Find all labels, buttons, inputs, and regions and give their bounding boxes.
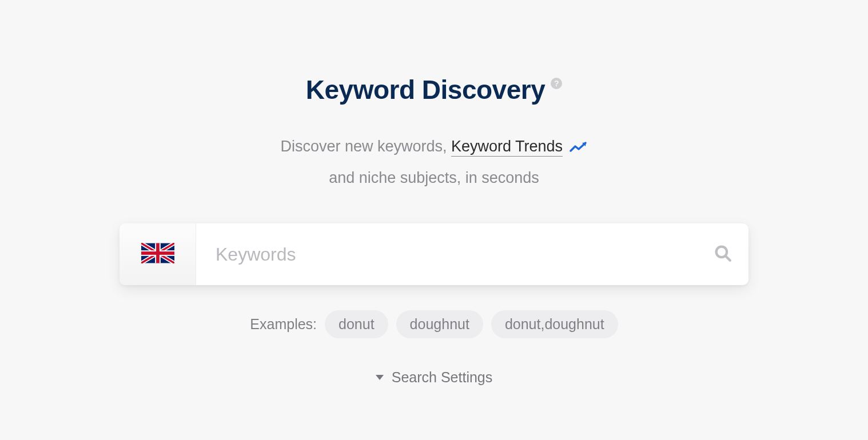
examples-label: Examples: [250, 316, 317, 333]
search-icon [713, 243, 732, 265]
page-subtitle: Discover new keywords, Keyword Trends an… [280, 131, 587, 193]
page-title: Keyword Discovery [306, 74, 545, 105]
example-chip-0[interactable]: donut [325, 310, 388, 338]
help-icon[interactable]: ? [551, 78, 562, 89]
locale-flag-button[interactable] [120, 223, 196, 285]
svg-line-6 [726, 257, 730, 261]
search-bar [120, 223, 748, 285]
subtitle-prefix: Discover new keywords, [280, 138, 451, 155]
search-button[interactable] [697, 223, 748, 285]
keywords-input[interactable] [196, 223, 697, 285]
uk-flag-icon [141, 243, 174, 266]
example-chip-1[interactable]: doughnut [396, 310, 483, 338]
search-settings-toggle[interactable]: Search Settings [376, 369, 493, 386]
examples-row: Examples: donut doughnut donut,doughnut [250, 310, 618, 338]
svg-rect-4 [141, 251, 174, 255]
page-container: Keyword Discovery ? Discover new keyword… [0, 0, 868, 386]
caret-down-icon [376, 375, 384, 380]
title-row: Keyword Discovery ? [306, 74, 562, 105]
search-settings-label: Search Settings [392, 369, 493, 386]
keyword-trends-link[interactable]: Keyword Trends [451, 138, 563, 157]
trend-up-icon [570, 133, 588, 163]
example-chip-2[interactable]: donut,doughnut [491, 310, 618, 338]
subtitle-suffix: and niche subjects, in seconds [329, 169, 539, 186]
